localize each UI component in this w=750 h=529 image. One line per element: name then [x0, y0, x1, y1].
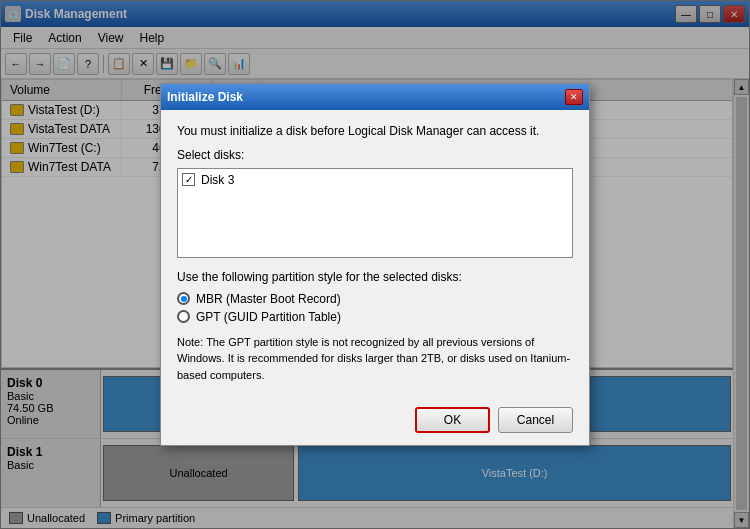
partition-radio-group: MBR (Master Boot Record) GPT (GUID Parti… [177, 292, 573, 324]
mbr-radio-button[interactable] [177, 292, 190, 305]
dialog-footer: OK Cancel [161, 407, 589, 445]
cancel-button[interactable]: Cancel [498, 407, 573, 433]
gpt-label: GPT (GUID Partition Table) [196, 310, 341, 324]
modal-overlay: Initialize Disk ✕ You must initialize a … [0, 0, 750, 529]
initialize-disk-dialog: Initialize Disk ✕ You must initialize a … [160, 83, 590, 447]
gpt-radio-item[interactable]: GPT (GUID Partition Table) [177, 310, 573, 324]
mbr-label: MBR (Master Boot Record) [196, 292, 341, 306]
dialog-close-button[interactable]: ✕ [565, 89, 583, 105]
dialog-title-bar: Initialize Disk ✕ [161, 84, 589, 110]
note-text: Note: The GPT partition style is not rec… [177, 334, 573, 384]
disk3-label: Disk 3 [201, 173, 234, 187]
select-disks-label: Select disks: [177, 148, 573, 162]
mbr-radio-item[interactable]: MBR (Master Boot Record) [177, 292, 573, 306]
list-item[interactable]: ✓ Disk 3 [182, 173, 568, 187]
disk-list-box[interactable]: ✓ Disk 3 [177, 168, 573, 258]
gpt-radio-button[interactable] [177, 310, 190, 323]
dialog-body: You must initialize a disk before Logica… [161, 110, 589, 408]
disk3-checkbox[interactable]: ✓ [182, 173, 195, 186]
ok-button[interactable]: OK [415, 407, 490, 433]
dialog-message: You must initialize a disk before Logica… [177, 124, 573, 138]
dialog-title: Initialize Disk [167, 90, 565, 104]
partition-style-label: Use the following partition style for th… [177, 270, 573, 284]
